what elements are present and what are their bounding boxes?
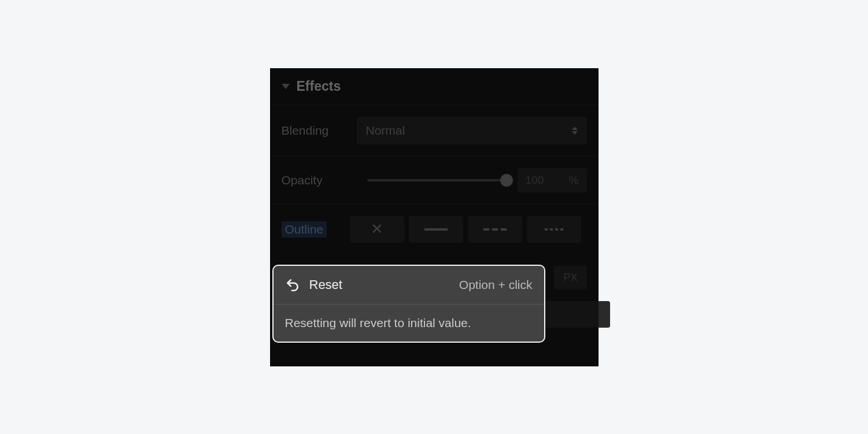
outline-row: Outline ✕	[270, 204, 599, 254]
section-title: Effects	[297, 79, 341, 94]
opacity-slider[interactable]	[367, 179, 507, 181]
reset-action-row[interactable]: Reset Option + click	[274, 266, 544, 305]
dotted-line-icon	[545, 228, 563, 231]
outline-width-unit[interactable]: PX	[554, 266, 586, 290]
reset-label: Reset	[309, 277, 450, 292]
outline-none-button[interactable]: ✕	[350, 216, 404, 243]
outline-style-buttons: ✕	[350, 216, 581, 243]
outline-dashed-button[interactable]	[468, 216, 522, 243]
outline-label[interactable]: Outline	[282, 221, 327, 238]
blending-dropdown[interactable]: Normal	[357, 117, 587, 144]
blending-row: Blending Normal	[270, 105, 599, 156]
outline-solid-button[interactable]	[409, 216, 463, 243]
disclosure-triangle-icon	[282, 84, 290, 89]
opacity-unit: %	[569, 174, 579, 187]
reset-description: Resetting will revert to initial value.	[274, 305, 544, 342]
reset-tooltip: Reset Option + click Resetting will reve…	[272, 265, 545, 343]
opacity-row: Opacity 100 %	[270, 156, 599, 204]
opacity-value-box[interactable]: 100 %	[518, 168, 587, 192]
undo-icon	[285, 277, 300, 292]
opacity-value: 100	[526, 174, 544, 187]
section-header[interactable]: Effects	[270, 68, 599, 105]
dropdown-arrows-icon	[572, 127, 578, 135]
blending-label: Blending	[282, 124, 357, 138]
opacity-label: Opacity	[282, 173, 357, 187]
blending-value: Normal	[366, 124, 405, 138]
reset-shortcut: Option + click	[459, 278, 533, 292]
dashed-line-icon	[483, 228, 507, 231]
slider-thumb[interactable]	[500, 174, 513, 187]
solid-line-icon	[424, 228, 448, 231]
effects-panel: Effects Blending Normal Opacity 100 % Ou…	[270, 68, 599, 366]
outline-dotted-button[interactable]	[527, 216, 581, 243]
x-icon: ✕	[371, 220, 383, 238]
